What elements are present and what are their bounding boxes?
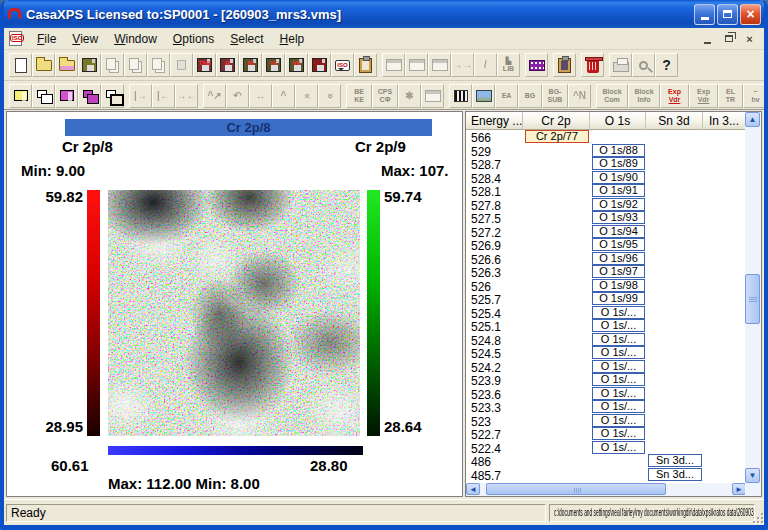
block-cell[interactable]: O 1s/98: [592, 279, 645, 292]
block-cell[interactable]: Sn 3d...: [648, 454, 702, 467]
column-header-cr-2p[interactable]: Cr 2p: [523, 112, 590, 130]
table-row[interactable]: 525.1O 1s/...: [466, 319, 746, 333]
image-header-bar[interactable]: Cr 2p/8: [65, 119, 432, 136]
table-row[interactable]: 522.7O 1s/...: [466, 427, 746, 441]
horizontal-scrollbar[interactable]: ◄ ►: [466, 483, 746, 496]
menu-help[interactable]: Help: [272, 29, 313, 49]
table-row[interactable]: 528.7O 1s/89: [466, 157, 746, 171]
iso-document-icon[interactable]: ISO: [9, 31, 22, 46]
scroll-left-button[interactable]: ◄: [466, 483, 480, 495]
block-cell[interactable]: O 1s/...: [592, 346, 645, 359]
processing-button[interactable]: [449, 84, 472, 108]
block-cell[interactable]: O 1s/...: [592, 306, 645, 319]
block-cell[interactable]: O 1s/97: [592, 265, 645, 278]
table-row[interactable]: 525.7O 1s/99: [466, 292, 746, 306]
block-cell[interactable]: O 1s/...: [592, 333, 645, 346]
table-row[interactable]: 523.9O 1s/...: [466, 373, 746, 387]
table-row[interactable]: 528.4O 1s/90: [466, 171, 746, 185]
block-cell[interactable]: O 1s/...: [592, 319, 645, 332]
scroll-right-button[interactable]: ►: [732, 483, 746, 495]
clipboard-delete-button[interactable]: [553, 53, 576, 77]
scroll-down-button[interactable]: ▼: [745, 468, 760, 483]
frame-stack-button[interactable]: [101, 84, 124, 108]
block-cell[interactable]: O 1s/...: [592, 441, 645, 454]
block-cell[interactable]: O 1s/93: [592, 211, 645, 224]
paste-clipboard-button[interactable]: [354, 53, 377, 77]
block-cell[interactable]: O 1s/...: [592, 373, 645, 386]
table-row[interactable]: 529O 1s/88: [466, 144, 746, 158]
table-row[interactable]: 485.7Sn 3d...: [466, 468, 746, 482]
block-cell[interactable]: O 1s/99: [592, 292, 645, 305]
table-row[interactable]: 486Sn 3d...: [466, 454, 746, 468]
table-row[interactable]: 528.1O 1s/91: [466, 184, 746, 198]
block-cell[interactable]: O 1s/...: [592, 427, 645, 440]
xps-map-image[interactable]: [108, 190, 360, 436]
exp-vdr-button[interactable]: ExpVdr: [660, 84, 689, 108]
save-red-button[interactable]: [308, 53, 331, 77]
menu-window[interactable]: Window: [106, 29, 165, 49]
mdi-close-button[interactable]: ×: [741, 32, 758, 46]
menu-options[interactable]: Options: [165, 29, 222, 49]
menu-file[interactable]: File: [29, 29, 64, 49]
new-document-button[interactable]: [9, 53, 32, 77]
open-file-button[interactable]: [32, 53, 55, 77]
tile-display-button[interactable]: [9, 84, 32, 108]
table-row[interactable]: 522.4O 1s/...: [466, 441, 746, 455]
horizontal-scroll-thumb[interactable]: [486, 483, 666, 495]
block-cell[interactable]: O 1s/...: [592, 414, 645, 427]
menu-select[interactable]: Select: [222, 29, 271, 49]
film-strip-button[interactable]: [525, 53, 548, 77]
table-row[interactable]: 526.6O 1s/96: [466, 252, 746, 266]
mdi-minimize-button[interactable]: [699, 32, 716, 46]
save-file-button[interactable]: [78, 53, 101, 77]
vertical-scroll-thumb[interactable]: [745, 274, 760, 324]
block-cell[interactable]: O 1s/94: [592, 225, 645, 238]
mdi-restore-button[interactable]: [720, 32, 737, 46]
block-cell[interactable]: O 1s/...: [592, 387, 645, 400]
block-cell[interactable]: O 1s/89: [592, 157, 645, 170]
block-cell[interactable]: Sn 3d...: [648, 468, 702, 481]
table-row[interactable]: 524.2O 1s/...: [466, 360, 746, 374]
block-cell[interactable]: O 1s/...: [592, 360, 645, 373]
table-row[interactable]: 527.8O 1s/92: [466, 198, 746, 212]
table-row[interactable]: 526.3O 1s/97: [466, 265, 746, 279]
resize-grip[interactable]: [751, 511, 763, 523]
restore-button[interactable]: [717, 4, 738, 25]
picture-button[interactable]: [472, 84, 495, 108]
block-cell[interactable]: O 1s/88: [592, 144, 645, 157]
table-row[interactable]: 523O 1s/...: [466, 414, 746, 428]
save-bitmap-button[interactable]: B: [216, 53, 239, 77]
overlay-windows-button[interactable]: [32, 84, 55, 108]
table-row[interactable]: 566Cr 2p/77: [466, 130, 746, 144]
table-row[interactable]: 527.5O 1s/93: [466, 211, 746, 225]
minimize-button[interactable]: [694, 4, 715, 25]
overlay-magenta-button[interactable]: [78, 84, 101, 108]
table-row[interactable]: 525.4O 1s/...: [466, 306, 746, 320]
block-cell[interactable]: O 1s/92: [592, 198, 645, 211]
table-row[interactable]: 527.2O 1s/94: [466, 225, 746, 239]
block-cell[interactable]: O 1s/96: [592, 252, 645, 265]
save-vb-button[interactable]: VB: [285, 53, 308, 77]
table-row[interactable]: 526O 1s/98: [466, 279, 746, 293]
convert-file-button[interactable]: [55, 53, 78, 77]
column-header-energy[interactable]: Energy ...: [466, 112, 523, 130]
save-mi-button[interactable]: MI: [239, 53, 262, 77]
help-button[interactable]: ?: [655, 53, 678, 77]
save-ve-button[interactable]: VE: [262, 53, 285, 77]
scroll-up-button[interactable]: ▲: [745, 112, 760, 127]
table-row[interactable]: 524.8O 1s/...: [466, 333, 746, 347]
table-row[interactable]: 524.5O 1s/...: [466, 346, 746, 360]
table-row[interactable]: 526.9O 1s/95: [466, 238, 746, 252]
block-cell[interactable]: Cr 2p/77: [525, 130, 589, 143]
block-cell[interactable]: O 1s/...: [592, 400, 645, 413]
column-header-in-3[interactable]: In 3...: [703, 112, 746, 130]
block-cell[interactable]: O 1s/95: [592, 238, 645, 251]
close-button[interactable]: ×: [740, 4, 761, 25]
column-header-sn-3d[interactable]: Sn 3d: [646, 112, 703, 130]
block-cell[interactable]: O 1s/91: [592, 184, 645, 197]
tile-rows-button[interactable]: [55, 84, 78, 108]
table-row[interactable]: 523.3O 1s/...: [466, 400, 746, 414]
iso-comment-button[interactable]: ISO: [331, 53, 354, 77]
vertical-scrollbar[interactable]: ▲ ▼: [745, 112, 761, 483]
table-row[interactable]: 523.6O 1s/...: [466, 387, 746, 401]
